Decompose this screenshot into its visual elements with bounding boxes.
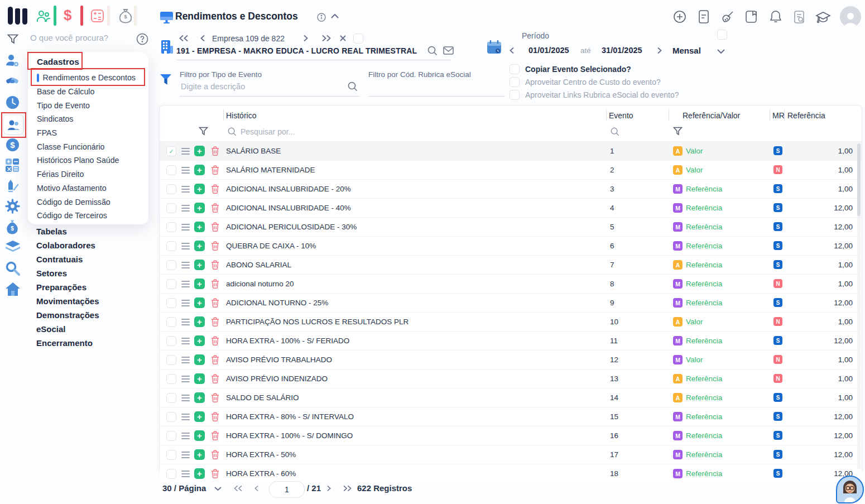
user-avatar[interactable] (840, 6, 861, 27)
drag-handle-icon[interactable] (181, 395, 190, 401)
add-row-button[interactable]: + (194, 316, 205, 327)
page-size-chevron-icon[interactable] (214, 486, 222, 491)
row-checkbox[interactable] (166, 336, 176, 346)
delete-row-icon[interactable] (211, 279, 219, 289)
drag-handle-icon[interactable] (181, 452, 190, 458)
row-historico[interactable]: PARTICIPAÇÃO NOS LUCROS E RESULTADOS PLR (226, 318, 409, 326)
collapse-chevron-icon[interactable] (330, 13, 339, 19)
add-row-button[interactable]: + (194, 146, 205, 156)
row-historico[interactable]: ABONO SALARIAL (226, 261, 291, 269)
add-row-button[interactable]: + (194, 373, 205, 384)
row-checkbox[interactable]: ✓ (166, 146, 176, 156)
row-checkbox[interactable] (166, 393, 176, 403)
row-historico[interactable]: ADICIONAL NOTURNO - 25% (226, 299, 328, 307)
money-bag-icon[interactable]: $ (5, 219, 20, 234)
popup-menu-item[interactable]: Tipo de Evento (28, 98, 148, 112)
drag-handle-icon[interactable] (181, 148, 190, 155)
delete-row-icon[interactable] (211, 374, 219, 383)
drag-handle-icon[interactable] (181, 338, 190, 344)
referencia-filter-icon[interactable] (673, 127, 683, 136)
add-row-button[interactable]: + (194, 354, 205, 365)
header-right-checkbox[interactable] (717, 30, 727, 40)
delete-row-icon[interactable] (211, 260, 219, 270)
delete-row-icon[interactable] (211, 222, 219, 232)
add-row-button[interactable]: + (194, 279, 205, 289)
prev-page-icon[interactable] (254, 485, 259, 492)
drag-handle-icon[interactable] (181, 243, 190, 249)
drag-handle-icon[interactable] (181, 281, 190, 287)
row-checkbox[interactable] (166, 450, 176, 460)
dollar-module-icon[interactable]: $ (64, 7, 71, 24)
drag-handle-icon[interactable] (181, 319, 190, 325)
row-historico[interactable]: SALÁRIO BASE (226, 147, 281, 155)
mail-icon[interactable] (443, 46, 454, 55)
first-company-icon[interactable] (179, 35, 189, 42)
sidebar-section-contratuais[interactable]: Contratuais (36, 252, 99, 266)
popup-menu-item[interactable]: Férias Direito (28, 167, 148, 181)
row-historico[interactable]: adicional noturno 20 (226, 280, 294, 288)
filter-search-icon[interactable] (348, 81, 358, 92)
add-row-button[interactable]: + (194, 449, 205, 460)
table-search-input[interactable] (239, 127, 465, 137)
popup-menu-item[interactable]: Motivo Afastamento (28, 181, 148, 195)
period-end-date[interactable]: 31/01/2025 (602, 46, 642, 55)
row-historico[interactable]: HORA EXTRA - 50% (226, 450, 296, 459)
bell-icon[interactable] (769, 9, 782, 24)
sidebar-section-setores[interactable]: Setores (36, 266, 99, 280)
home-icon[interactable] (5, 282, 20, 297)
first-page-icon[interactable] (233, 485, 243, 492)
pen-adjust-icon[interactable] (5, 179, 20, 194)
period-start-date[interactable]: 01/01/2025 (528, 46, 569, 55)
sidebar-search-input[interactable] (29, 32, 132, 43)
delete-row-icon[interactable] (211, 469, 219, 478)
row-checkbox[interactable] (166, 203, 176, 213)
add-row-button[interactable]: + (194, 260, 205, 270)
add-row-button[interactable]: + (194, 184, 205, 194)
layers-icon[interactable] (5, 240, 20, 255)
period-mode-chevron-icon[interactable] (717, 49, 725, 54)
delete-row-icon[interactable] (211, 298, 219, 308)
row-historico[interactable]: HORA EXTRA - 80% - S/ INTERVALO (226, 412, 354, 421)
company-checkbox[interactable] (353, 33, 363, 44)
add-row-button[interactable]: + (194, 297, 205, 308)
delete-row-icon[interactable] (211, 450, 219, 459)
row-checkbox[interactable] (166, 469, 176, 479)
col-referencia[interactable]: Referência (787, 111, 825, 120)
popup-menu-item[interactable]: FPAS (28, 126, 148, 140)
clock-icon[interactable] (5, 95, 20, 110)
row-checkbox[interactable] (166, 355, 176, 365)
row-checkbox[interactable] (166, 374, 176, 384)
period-mode-select[interactable]: Mensal (672, 46, 701, 55)
broom-icon[interactable] (720, 10, 735, 24)
training-icon[interactable] (815, 11, 831, 24)
add-icon[interactable] (673, 10, 686, 23)
popup-menu-item[interactable]: Código de Demissão (28, 195, 148, 209)
search-feature-icon[interactable] (5, 261, 20, 276)
popup-menu-item[interactable]: Base de Cálculo (28, 85, 148, 99)
last-page-icon[interactable] (343, 485, 352, 492)
row-checkbox[interactable] (166, 431, 176, 441)
prev-period-icon[interactable] (509, 47, 515, 54)
next-page-icon[interactable] (326, 485, 331, 492)
handshake-icon[interactable] (5, 74, 20, 89)
prev-company-icon[interactable] (200, 35, 205, 42)
sidebar-section-movimentações[interactable]: Movimentações (36, 294, 99, 308)
delete-row-icon[interactable] (211, 146, 219, 156)
notebook-icon[interactable] (744, 10, 758, 23)
row-historico[interactable]: HORA EXTRA - 100% - S/ FERIADO (226, 337, 349, 345)
calculator-module-icon[interactable] (90, 9, 104, 23)
clear-company-icon[interactable] (339, 35, 347, 42)
sidebar-section-demonstrações[interactable]: Demonstrações (36, 308, 99, 322)
row-historico[interactable]: ADICIONAL PERICULOSIDADE - 30% (226, 223, 357, 231)
col-referencia-valor[interactable]: Referência/Valor (683, 111, 740, 120)
popup-menu-item[interactable]: Rendimentos e Descontos (28, 71, 148, 85)
filter-tipo-evento-input[interactable] (180, 81, 344, 92)
add-row-button[interactable]: + (194, 165, 205, 175)
sidebar-section-tabelas[interactable]: Tabelas (36, 224, 99, 238)
dollar-coin-icon[interactable]: $ (5, 137, 20, 152)
row-historico[interactable]: QUEBRA DE CAIXA - 10% (226, 242, 316, 250)
people-icon-active[interactable] (3, 114, 24, 135)
row-historico[interactable]: HORA EXTRA - 100% - S/ DOMINGO (226, 431, 353, 440)
sidebar-section-esocial[interactable]: eSocial (36, 322, 99, 336)
row-historico[interactable]: SALDO DE SALÁRIO (226, 393, 299, 402)
